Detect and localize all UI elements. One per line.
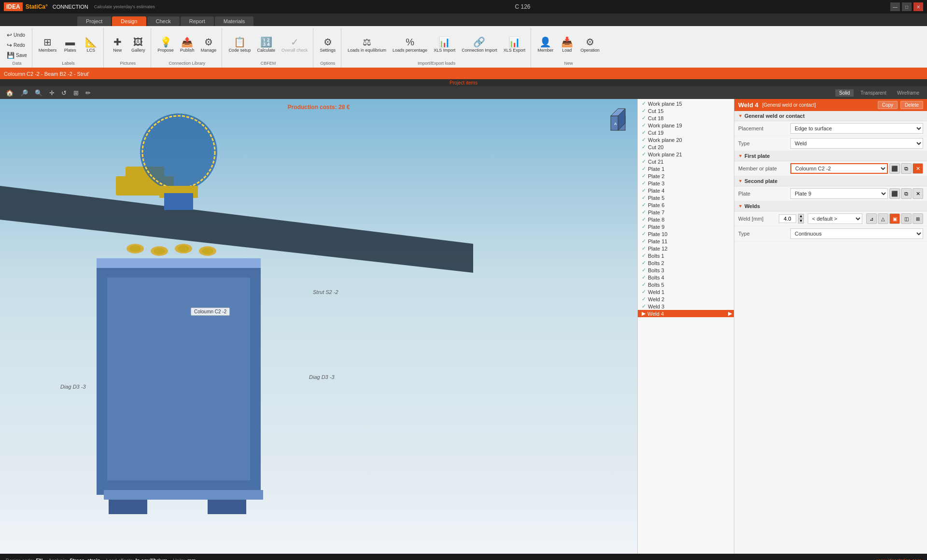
member-plate-delete-button[interactable]: ✕ xyxy=(913,163,923,174)
weld-type-3-button[interactable]: ▣ xyxy=(889,213,900,224)
manage-button[interactable]: ⚙ Manage xyxy=(198,36,219,54)
publish-button[interactable]: 📤 Publish xyxy=(178,36,197,54)
overall-check-button[interactable]: ✓ Overall check xyxy=(279,36,310,54)
breadcrumb-item[interactable]: Coloumn C2 -2 - Beam B2 -2 - Strut' xyxy=(4,71,89,77)
plate-select[interactable]: Plate 9 xyxy=(790,188,888,199)
type-select[interactable]: Weld xyxy=(790,138,923,149)
close-button[interactable]: ✕ xyxy=(913,2,923,11)
weld-type-select[interactable]: Continuous xyxy=(790,228,923,239)
tree-item-plate9[interactable]: ✓ Plate 9 xyxy=(638,223,734,230)
tree-item-plate4[interactable]: ✓ Plate 4 xyxy=(638,187,734,194)
undo-button[interactable]: ↩Undo xyxy=(5,30,29,40)
tree-item-cut19[interactable]: ✓ Cut 19 xyxy=(638,129,734,136)
orientation-cube[interactable]: A xyxy=(604,104,632,133)
grid-button[interactable]: ⊞ xyxy=(71,88,81,98)
weld-increment-button[interactable]: ▲ xyxy=(798,214,804,219)
tree-item-weld1[interactable]: ✓ Weld 1 xyxy=(638,288,734,295)
tree-item-workplane19[interactable]: ✓ Work plane 19 xyxy=(638,122,734,129)
plate-pick-button[interactable]: ⬛ xyxy=(889,188,900,199)
transparent-view-button[interactable]: Transparent xyxy=(857,89,890,97)
tree-item-weld2[interactable]: ✓ Weld 2 xyxy=(638,295,734,303)
member-plate-select[interactable]: Coloumn C2 -2 xyxy=(790,163,888,174)
tree-item-plate12[interactable]: ✓ Plate 12 xyxy=(638,245,734,252)
tree-item-plate6[interactable]: ✓ Plate 6 xyxy=(638,201,734,209)
weld-mm-input[interactable] xyxy=(779,214,796,223)
calculate-button[interactable]: 🔢 Calculate xyxy=(254,36,278,54)
weld-type-2-button[interactable]: △ xyxy=(878,213,888,224)
plate-delete-button[interactable]: ✕ xyxy=(913,188,923,199)
zoom-button[interactable]: 🔍 xyxy=(33,88,44,98)
tree-item-cut15[interactable]: ✓ Cut 15 xyxy=(638,107,734,114)
tree-item-plate7[interactable]: ✓ Plate 7 xyxy=(638,209,734,216)
tree-item-bolts5[interactable]: ✓ Bolts 5 xyxy=(638,281,734,288)
save-button[interactable]: 💾Save xyxy=(5,51,29,60)
xls-export-button[interactable]: 📊 XLS Export xyxy=(501,36,528,54)
welds-section-header[interactable]: ▼ Welds xyxy=(734,201,927,211)
website-link[interactable]: www.ideastatica.com xyxy=(876,558,921,560)
weld-type-5-button[interactable]: ⊞ xyxy=(913,213,923,224)
weld-type-4-button[interactable]: ◫ xyxy=(901,213,912,224)
tab-check[interactable]: Check xyxy=(147,16,180,26)
placement-select[interactable]: Edge to surface xyxy=(790,123,923,134)
copy-button[interactable]: Copy xyxy=(878,101,898,109)
weld-decrement-button[interactable]: ▼ xyxy=(798,219,804,224)
plates-button[interactable]: ▬ Plates xyxy=(60,36,80,54)
tree-item-bolts1[interactable]: ✓ Bolts 1 xyxy=(638,252,734,259)
solid-view-button[interactable]: Solid xyxy=(835,89,854,97)
pan-button[interactable]: ✛ xyxy=(47,88,56,98)
new-picture-button[interactable]: ✚ New xyxy=(108,36,127,54)
connection-import-button[interactable]: 🔗 Connection Import xyxy=(459,36,500,54)
propose-button[interactable]: 💡 Propose xyxy=(155,36,176,54)
plate-copy-button[interactable]: ⧉ xyxy=(901,188,912,199)
tab-report[interactable]: Report xyxy=(181,16,214,26)
tab-design[interactable]: Design xyxy=(112,16,146,26)
tree-item-plate8[interactable]: ✓ Plate 8 xyxy=(638,216,734,223)
tree-item-bolts3[interactable]: ✓ Bolts 3 xyxy=(638,266,734,274)
lcs-button[interactable]: 📐 LCS xyxy=(81,36,100,54)
window-controls[interactable]: — □ ✕ xyxy=(890,2,923,11)
xls-import-button[interactable]: 📊 XLS Import xyxy=(431,36,458,54)
tree-item-plate2[interactable]: ✓ Plate 2 xyxy=(638,172,734,180)
tree-item-plate1[interactable]: ✓ Plate 1 xyxy=(638,165,734,172)
tree-item-workplane20[interactable]: ✓ Work plane 20 xyxy=(638,136,734,143)
code-setup-button[interactable]: 📋 Code setup xyxy=(226,36,253,54)
draw-button[interactable]: ✏ xyxy=(84,88,93,98)
first-plate-section-header[interactable]: ▼ First plate xyxy=(734,151,927,161)
rotate-button[interactable]: ↺ xyxy=(59,88,69,98)
gallery-button[interactable]: 🖼 Gallery xyxy=(128,36,148,54)
tree-item-cut20[interactable]: ✓ Cut 20 xyxy=(638,143,734,151)
member-plate-copy-button[interactable]: ⧉ xyxy=(901,163,912,174)
tree-item-cut21[interactable]: ✓ Cut 21 xyxy=(638,158,734,165)
member-plate-pick-button[interactable]: ⬛ xyxy=(889,163,900,174)
delete-button[interactable]: Delete xyxy=(900,101,923,109)
general-section-header[interactable]: ▼ General weld or contact xyxy=(734,111,927,121)
loads-equilibrium-button[interactable]: ⚖ Loads in equilibrium xyxy=(345,36,389,54)
member-button[interactable]: 👤 Member xyxy=(535,36,556,54)
tree-item-weld3[interactable]: ✓ Weld 3 xyxy=(638,303,734,310)
maximize-button[interactable]: □ xyxy=(902,2,912,11)
wireframe-view-button[interactable]: Wireframe xyxy=(893,89,923,97)
tree-item-workplane21[interactable]: ✓ Work plane 21 xyxy=(638,151,734,158)
tree-item-bolts4[interactable]: ✓ Bolts 4 xyxy=(638,274,734,281)
load-button[interactable]: 📥 Load xyxy=(557,36,576,54)
settings-button[interactable]: ⚙ Settings xyxy=(317,36,338,54)
tab-project[interactable]: Project xyxy=(77,16,111,26)
tab-materials[interactable]: Materials xyxy=(215,16,254,26)
tree-item-plate3[interactable]: ✓ Plate 3 xyxy=(638,180,734,187)
redo-button[interactable]: ↪Redo xyxy=(5,41,29,50)
viewport[interactable]: Production costs: 28 € Coloumn C2 -2 Str… xyxy=(0,99,637,554)
zoom-fit-button[interactable]: 🔎 xyxy=(18,88,30,98)
operation-button[interactable]: ⚙ Operation xyxy=(578,36,602,54)
tree-item-plate10[interactable]: ✓ Plate 10 xyxy=(638,230,734,238)
tree-item-plate11[interactable]: ✓ Plate 11 xyxy=(638,238,734,245)
tree-item-workplane15[interactable]: ✓ Work plane 15 xyxy=(638,100,734,107)
weld-default-select[interactable]: < default > xyxy=(808,213,862,224)
tree-item-plate5[interactable]: ✓ Plate 5 xyxy=(638,194,734,201)
second-plate-section-header[interactable]: ▼ Second plate xyxy=(734,176,927,186)
members-button[interactable]: ⊞ Members xyxy=(36,36,59,54)
tree-item-weld4[interactable]: ▶ Weld 4 ▶ xyxy=(638,310,734,317)
home-view-button[interactable]: 🏠 xyxy=(4,88,15,98)
minimize-button[interactable]: — xyxy=(890,2,900,11)
loads-percentage-button[interactable]: % Loads percentage xyxy=(390,36,430,54)
tree-item-bolts2[interactable]: ✓ Bolts 2 xyxy=(638,259,734,266)
